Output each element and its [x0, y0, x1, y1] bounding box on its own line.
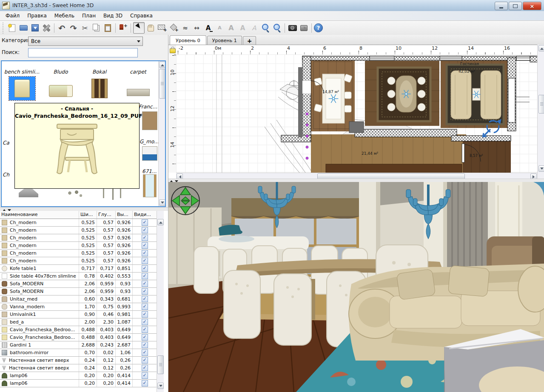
catalog-scrollbar-thumb[interactable] — [159, 69, 165, 99]
table-row[interactable]: Unitaz_med0,600,3430,681✓ — [0, 295, 157, 303]
maximize-button[interactable] — [509, 2, 522, 10]
catalog-item[interactable]: bench slimli... — [3, 67, 41, 103]
paste-icon[interactable] — [103, 23, 113, 33]
column-header-depth[interactable]: Глу... — [97, 211, 116, 219]
3d-view[interactable] — [168, 182, 544, 392]
table-row[interactable]: Ch_modern0,5250,570,926✓ — [0, 250, 157, 257]
column-header-name[interactable]: Наименование — [0, 211, 79, 219]
copy-icon[interactable] — [91, 23, 102, 33]
video-icon[interactable] — [299, 23, 309, 33]
add-furniture-icon[interactable]: + — [118, 23, 128, 33]
table-row[interactable]: Umivalnik10,900,460,981✓ — [0, 311, 157, 318]
table-row[interactable]: Ch_modern0,5250,570,926✓ — [0, 227, 157, 234]
menu-item[interactable]: Файл — [2, 11, 23, 20]
scroll-down-icon[interactable] — [157, 383, 164, 389]
category-combobox[interactable]: Все — [28, 37, 143, 46]
table-row[interactable]: Vanna_modern1,700,750,993✓ — [0, 303, 157, 311]
visibility-checkbox[interactable]: ✓ — [142, 242, 148, 249]
table-row[interactable]: Ch_modern0,5250,570,926✓ — [0, 242, 157, 250]
visibility-checkbox[interactable]: ✓ — [142, 342, 148, 348]
menu-item[interactable]: План — [78, 11, 100, 20]
visibility-checkbox[interactable]: ✓ — [142, 372, 148, 379]
column-header-width[interactable]: Ши... — [79, 211, 97, 219]
catalog-item[interactable]: Bokal — [80, 67, 119, 103]
table-row[interactable]: Sofa_MODERN2,060,9590,93✓ — [0, 280, 157, 288]
lock-icon[interactable] — [170, 48, 176, 53]
table-row[interactable]: Настенная светит вверх0,240,120,26✓ — [0, 364, 157, 372]
visibility-checkbox[interactable]: ✓ — [142, 334, 148, 341]
create-walls-icon[interactable]: + — [157, 23, 168, 33]
photo-icon[interactable] — [287, 23, 298, 33]
visibility-checkbox[interactable]: ✓ — [142, 258, 148, 264]
visibility-checkbox[interactable]: ✓ — [142, 250, 148, 256]
scroll-down-icon[interactable] — [538, 165, 544, 172]
table-row[interactable]: Ch_modern0,5250,570,926✓ — [0, 219, 157, 227]
catalog-item[interactable]: carpet — [119, 67, 157, 103]
table-row[interactable]: Cavio_Francheska_Bedroo...0,4880,4030,64… — [0, 326, 157, 334]
visibility-checkbox[interactable]: ✓ — [142, 235, 148, 241]
visibility-checkbox[interactable]: ✓ — [142, 357, 148, 364]
table-row[interactable]: Настенная светит вверх0,240,120,26✓ — [0, 357, 157, 364]
scroll-down-icon[interactable] — [159, 199, 165, 206]
toolbar-grip[interactable] — [2, 23, 5, 34]
scroll-up-icon[interactable] — [538, 45, 544, 51]
catalog-scrollbar[interactable] — [158, 61, 165, 206]
visibility-checkbox[interactable]: ✓ — [142, 304, 148, 310]
plan-vscrollbar-thumb[interactable] — [538, 95, 544, 114]
new-plan-icon[interactable] — [7, 23, 17, 33]
pan-icon[interactable] — [145, 23, 156, 33]
search-input[interactable] — [28, 48, 138, 57]
menu-item[interactable]: Правка — [23, 11, 51, 20]
create-rooms-icon[interactable]: + — [168, 23, 179, 33]
menu-item[interactable]: Мебель — [51, 11, 78, 20]
visibility-checkbox[interactable]: ✓ — [142, 296, 148, 302]
minimize-button[interactable] — [495, 2, 508, 10]
table-row[interactable]: bed_a2,002,301,087✓ — [0, 318, 157, 326]
scroll-up-icon[interactable] — [157, 219, 164, 225]
create-dimensions-icon[interactable]: ↔ — [191, 23, 202, 33]
furniture-list-scrollbar[interactable] — [157, 211, 164, 392]
select-icon[interactable] — [133, 22, 145, 34]
column-header-visible[interactable]: Види... — [133, 211, 157, 219]
cut-icon[interactable]: ✂ — [80, 23, 90, 33]
menu-item[interactable]: Вид 3D — [100, 11, 126, 20]
help-icon[interactable]: ? — [314, 23, 323, 32]
tab-уровень-0[interactable]: Уровень 0 — [170, 35, 206, 45]
visibility-checkbox[interactable]: ✓ — [142, 265, 148, 272]
visibility-checkbox[interactable]: ✓ — [142, 327, 148, 333]
table-row[interactable]: Ch_modern0,5250,570,926✓ — [0, 234, 157, 242]
plan-vertical-scrollbar[interactable] — [537, 45, 544, 179]
add-texts-icon[interactable]: A — [203, 23, 214, 33]
zoom-out-icon[interactable]: − — [272, 23, 282, 33]
table-row[interactable]: bathroom-mirror0,700,021,06✓ — [0, 349, 157, 357]
visibility-checkbox[interactable]: ✓ — [142, 288, 148, 295]
table-row[interactable]: Sofa_MODERN2,060,9590,93✓ — [0, 288, 157, 295]
table-row[interactable]: Cavio_Francheska_Bedroo...0,4880,4030,64… — [0, 334, 157, 341]
undo-icon[interactable]: ↶ — [57, 23, 67, 33]
visibility-checkbox[interactable]: ✓ — [142, 273, 148, 279]
plan-view[interactable]: -20м246810121416 101214 — [168, 45, 537, 179]
create-polylines-icon[interactable]: ≈ — [180, 23, 191, 33]
visibility-checkbox[interactable]: ✓ — [142, 281, 148, 287]
menu-item[interactable]: Справка — [126, 11, 157, 20]
redo-icon[interactable]: ↷ — [68, 23, 79, 33]
furniture-list-scrollbar-thumb[interactable] — [157, 355, 164, 374]
catalog-item[interactable]: Bludo — [41, 67, 80, 103]
visibility-checkbox[interactable]: ✓ — [142, 380, 148, 386]
visibility-checkbox[interactable]: ✓ — [142, 219, 148, 226]
open-icon[interactable] — [18, 23, 29, 33]
table-row[interactable]: lamp060,200,200,414✓ — [0, 380, 157, 387]
table-row[interactable]: lamp060,200,200,414✓ — [0, 372, 157, 380]
visibility-checkbox[interactable]: ✓ — [142, 365, 148, 371]
visibility-checkbox[interactable]: ✓ — [142, 349, 148, 356]
3d-navigation-control[interactable] — [171, 187, 199, 215]
plan-canvas[interactable]: 14,87 м² — [176, 54, 537, 173]
table-row[interactable]: Gardini 12,6880,2432,687✓ — [0, 341, 157, 349]
table-row[interactable]: Kofe table10,7170,7170,851✓ — [0, 265, 157, 273]
visibility-checkbox[interactable]: ✓ — [142, 311, 148, 318]
preferences-icon[interactable] — [41, 23, 52, 33]
table-row[interactable]: Side table 40x78cm slimline0,780,4020,55… — [0, 273, 157, 280]
visibility-checkbox[interactable]: ✓ — [142, 319, 148, 325]
close-button[interactable]: × — [523, 2, 541, 10]
save-icon[interactable] — [30, 23, 40, 33]
